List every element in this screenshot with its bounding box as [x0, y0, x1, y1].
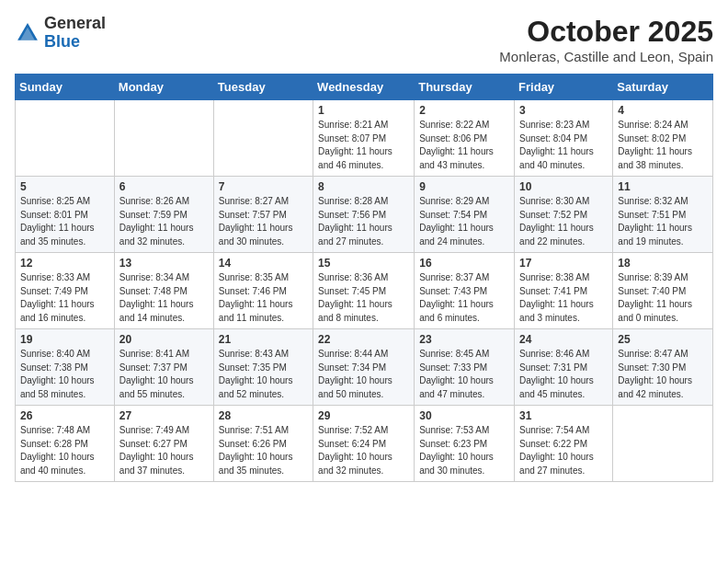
day-number: 14 — [219, 257, 308, 270]
logo-text: General Blue — [44, 15, 106, 52]
location-subtitle: Monleras, Castille and Leon, Spain — [499, 49, 713, 64]
day-number: 11 — [618, 180, 708, 193]
calendar-cell: 23Sunrise: 8:45 AM Sunset: 7:33 PM Dayli… — [415, 329, 515, 406]
title-block: October 2025 Monleras, Castille and Leon… — [499, 15, 713, 64]
calendar-cell: 21Sunrise: 8:43 AM Sunset: 7:35 PM Dayli… — [213, 329, 313, 406]
logo-general: General — [44, 14, 106, 32]
day-number: 19 — [20, 333, 109, 346]
day-number: 5 — [20, 180, 109, 193]
calendar-week-row: 12Sunrise: 8:33 AM Sunset: 7:49 PM Dayli… — [16, 253, 713, 329]
day-info: Sunrise: 8:33 AM Sunset: 7:49 PM Dayligh… — [20, 271, 109, 325]
day-number: 10 — [519, 180, 608, 193]
calendar-cell: 18Sunrise: 8:39 AM Sunset: 7:40 PM Dayli… — [613, 253, 713, 329]
day-info: Sunrise: 8:40 AM Sunset: 7:38 PM Dayligh… — [20, 348, 109, 401]
day-info: Sunrise: 8:29 AM Sunset: 7:54 PM Dayligh… — [419, 195, 509, 248]
day-number: 25 — [618, 333, 708, 346]
calendar-cell: 29Sunrise: 7:52 AM Sunset: 6:24 PM Dayli… — [313, 406, 415, 482]
day-info: Sunrise: 7:53 AM Sunset: 6:23 PM Dayligh… — [419, 424, 509, 477]
day-number: 18 — [618, 257, 708, 270]
calendar-cell: 20Sunrise: 8:41 AM Sunset: 7:37 PM Dayli… — [114, 329, 213, 406]
page-header: General Blue October 2025 Monleras, Cast… — [15, 15, 713, 64]
month-title: October 2025 — [499, 15, 713, 49]
day-number: 1 — [318, 104, 409, 117]
day-info: Sunrise: 8:30 AM Sunset: 7:52 PM Dayligh… — [519, 195, 608, 248]
weekday-header: Monday — [114, 75, 213, 100]
day-info: Sunrise: 8:36 AM Sunset: 7:45 PM Dayligh… — [318, 271, 409, 325]
calendar-cell: 4Sunrise: 8:24 AM Sunset: 8:02 PM Daylig… — [613, 100, 713, 177]
day-info: Sunrise: 8:32 AM Sunset: 7:51 PM Dayligh… — [618, 195, 708, 248]
day-number: 13 — [119, 257, 209, 270]
calendar-cell: 26Sunrise: 7:48 AM Sunset: 6:28 PM Dayli… — [16, 406, 115, 482]
logo-icon — [15, 20, 40, 46]
calendar-cell: 19Sunrise: 8:40 AM Sunset: 7:38 PM Dayli… — [16, 329, 115, 406]
calendar-cell: 16Sunrise: 8:37 AM Sunset: 7:43 PM Dayli… — [415, 253, 515, 329]
weekday-header: Friday — [515, 75, 613, 100]
calendar-cell: 17Sunrise: 8:38 AM Sunset: 7:41 PM Dayli… — [515, 253, 613, 329]
day-number: 9 — [419, 180, 509, 193]
day-info: Sunrise: 8:46 AM Sunset: 7:31 PM Dayligh… — [519, 348, 608, 401]
calendar-cell: 7Sunrise: 8:27 AM Sunset: 7:57 PM Daylig… — [213, 177, 313, 253]
day-number: 26 — [20, 409, 109, 422]
day-number: 3 — [519, 104, 608, 117]
weekday-header-row: SundayMondayTuesdayWednesdayThursdayFrid… — [16, 75, 713, 100]
calendar-cell: 28Sunrise: 7:51 AM Sunset: 6:26 PM Dayli… — [213, 406, 313, 482]
weekday-header: Sunday — [16, 75, 115, 100]
calendar-cell: 2Sunrise: 8:22 AM Sunset: 8:06 PM Daylig… — [415, 100, 515, 177]
day-number: 22 — [318, 333, 409, 346]
calendar-cell — [613, 406, 713, 482]
day-info: Sunrise: 7:54 AM Sunset: 6:22 PM Dayligh… — [519, 424, 608, 477]
day-info: Sunrise: 7:49 AM Sunset: 6:27 PM Dayligh… — [119, 424, 209, 477]
day-info: Sunrise: 8:28 AM Sunset: 7:56 PM Dayligh… — [318, 195, 409, 248]
calendar-table: SundayMondayTuesdayWednesdayThursdayFrid… — [15, 74, 713, 482]
calendar-cell: 9Sunrise: 8:29 AM Sunset: 7:54 PM Daylig… — [415, 177, 515, 253]
calendar-cell: 3Sunrise: 8:23 AM Sunset: 8:04 PM Daylig… — [515, 100, 613, 177]
day-number: 29 — [318, 409, 409, 422]
day-info: Sunrise: 8:26 AM Sunset: 7:59 PM Dayligh… — [119, 195, 209, 248]
day-info: Sunrise: 8:24 AM Sunset: 8:02 PM Dayligh… — [618, 119, 708, 172]
calendar-cell: 22Sunrise: 8:44 AM Sunset: 7:34 PM Dayli… — [313, 329, 415, 406]
calendar-cell: 25Sunrise: 8:47 AM Sunset: 7:30 PM Dayli… — [613, 329, 713, 406]
weekday-header: Thursday — [415, 75, 515, 100]
calendar-cell: 8Sunrise: 8:28 AM Sunset: 7:56 PM Daylig… — [313, 177, 415, 253]
day-info: Sunrise: 8:27 AM Sunset: 7:57 PM Dayligh… — [219, 195, 308, 248]
day-info: Sunrise: 8:45 AM Sunset: 7:33 PM Dayligh… — [419, 348, 509, 401]
day-info: Sunrise: 8:41 AM Sunset: 7:37 PM Dayligh… — [119, 348, 209, 401]
day-number: 27 — [119, 409, 209, 422]
logo: General Blue — [15, 15, 106, 52]
logo-blue: Blue — [44, 32, 80, 51]
day-number: 30 — [419, 409, 509, 422]
day-number: 4 — [618, 104, 708, 117]
calendar-cell — [16, 100, 115, 177]
day-info: Sunrise: 8:37 AM Sunset: 7:43 PM Dayligh… — [419, 271, 509, 325]
calendar-cell: 6Sunrise: 8:26 AM Sunset: 7:59 PM Daylig… — [114, 177, 213, 253]
weekday-header: Saturday — [613, 75, 713, 100]
day-info: Sunrise: 8:35 AM Sunset: 7:46 PM Dayligh… — [219, 271, 308, 325]
day-info: Sunrise: 8:44 AM Sunset: 7:34 PM Dayligh… — [318, 348, 409, 401]
calendar-week-row: 1Sunrise: 8:21 AM Sunset: 8:07 PM Daylig… — [16, 100, 713, 177]
calendar-cell: 14Sunrise: 8:35 AM Sunset: 7:46 PM Dayli… — [213, 253, 313, 329]
calendar-cell: 13Sunrise: 8:34 AM Sunset: 7:48 PM Dayli… — [114, 253, 213, 329]
calendar-cell: 27Sunrise: 7:49 AM Sunset: 6:27 PM Dayli… — [114, 406, 213, 482]
day-info: Sunrise: 7:52 AM Sunset: 6:24 PM Dayligh… — [318, 424, 409, 477]
day-info: Sunrise: 8:43 AM Sunset: 7:35 PM Dayligh… — [219, 348, 308, 401]
day-info: Sunrise: 8:38 AM Sunset: 7:41 PM Dayligh… — [519, 271, 608, 325]
day-info: Sunrise: 8:21 AM Sunset: 8:07 PM Dayligh… — [318, 119, 409, 172]
day-info: Sunrise: 8:23 AM Sunset: 8:04 PM Dayligh… — [519, 119, 608, 172]
day-number: 12 — [20, 257, 109, 270]
day-number: 2 — [419, 104, 509, 117]
day-info: Sunrise: 8:25 AM Sunset: 8:01 PM Dayligh… — [20, 195, 109, 248]
calendar-cell: 31Sunrise: 7:54 AM Sunset: 6:22 PM Dayli… — [515, 406, 613, 482]
day-number: 7 — [219, 180, 308, 193]
day-number: 17 — [519, 257, 608, 270]
calendar-week-row: 26Sunrise: 7:48 AM Sunset: 6:28 PM Dayli… — [16, 406, 713, 482]
day-info: Sunrise: 7:48 AM Sunset: 6:28 PM Dayligh… — [20, 424, 109, 477]
day-number: 28 — [219, 409, 308, 422]
day-number: 24 — [519, 333, 608, 346]
day-info: Sunrise: 8:47 AM Sunset: 7:30 PM Dayligh… — [618, 348, 708, 401]
day-number: 21 — [219, 333, 308, 346]
day-number: 23 — [419, 333, 509, 346]
day-number: 15 — [318, 257, 409, 270]
calendar-cell: 11Sunrise: 8:32 AM Sunset: 7:51 PM Dayli… — [613, 177, 713, 253]
calendar-cell: 12Sunrise: 8:33 AM Sunset: 7:49 PM Dayli… — [16, 253, 115, 329]
weekday-header: Wednesday — [313, 75, 415, 100]
